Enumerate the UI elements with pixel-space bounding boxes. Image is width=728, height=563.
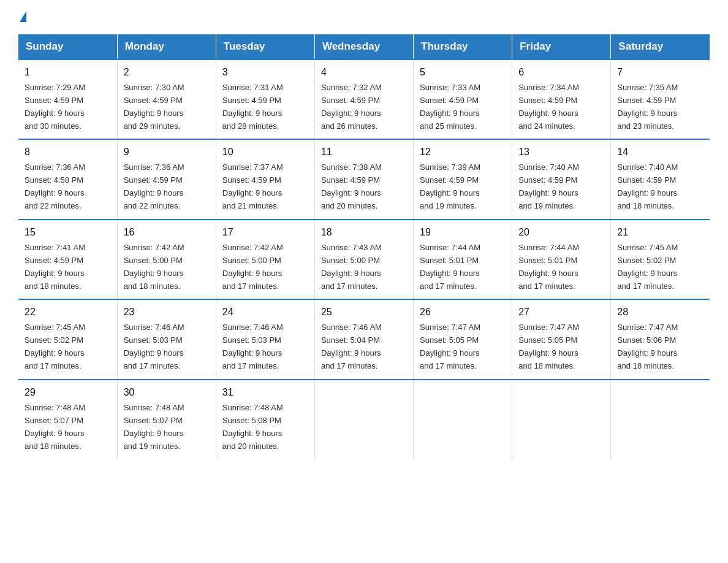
day-info: Sunrise: 7:37 AM Sunset: 4:59 PM Dayligh… [222, 163, 283, 210]
calendar-day-cell: 5 Sunrise: 7:33 AM Sunset: 4:59 PM Dayli… [414, 59, 512, 139]
calendar-header-row: SundayMondayTuesdayWednesdayThursdayFrid… [18, 34, 710, 59]
day-number: 17 [222, 225, 308, 240]
day-info: Sunrise: 7:45 AM Sunset: 5:02 PM Dayligh… [25, 323, 85, 370]
day-number: 2 [124, 65, 210, 80]
day-number: 16 [124, 225, 210, 240]
calendar-day-cell: 22 Sunrise: 7:45 AM Sunset: 5:02 PM Dayl… [18, 299, 117, 379]
day-of-week-header: Wednesday [314, 34, 413, 59]
day-number: 25 [321, 305, 407, 320]
day-info: Sunrise: 7:48 AM Sunset: 5:07 PM Dayligh… [25, 403, 85, 451]
day-number: 29 [25, 385, 111, 400]
day-number: 19 [420, 225, 506, 240]
calendar-day-cell: 31 Sunrise: 7:48 AM Sunset: 5:08 PM Dayl… [216, 380, 314, 459]
calendar-day-cell [414, 380, 512, 459]
day-number: 31 [222, 385, 308, 400]
day-number: 22 [25, 305, 111, 320]
day-of-week-header: Monday [117, 34, 216, 59]
calendar-day-cell: 13 Sunrise: 7:40 AM Sunset: 4:59 PM Dayl… [512, 139, 611, 219]
day-info: Sunrise: 7:36 AM Sunset: 4:58 PM Dayligh… [25, 163, 85, 210]
calendar-day-cell: 9 Sunrise: 7:36 AM Sunset: 4:59 PM Dayli… [117, 139, 216, 219]
day-number: 18 [321, 225, 407, 240]
calendar-day-cell: 23 Sunrise: 7:46 AM Sunset: 5:03 PM Dayl… [117, 299, 216, 379]
day-number: 27 [518, 305, 604, 320]
day-number: 20 [518, 225, 604, 240]
day-info: Sunrise: 7:31 AM Sunset: 4:59 PM Dayligh… [222, 83, 283, 131]
calendar-day-cell: 8 Sunrise: 7:36 AM Sunset: 4:58 PM Dayli… [18, 139, 117, 219]
day-number: 11 [321, 145, 407, 160]
calendar-day-cell: 19 Sunrise: 7:44 AM Sunset: 5:01 PM Dayl… [414, 220, 512, 299]
day-info: Sunrise: 7:38 AM Sunset: 4:59 PM Dayligh… [321, 163, 382, 210]
calendar-day-cell: 12 Sunrise: 7:39 AM Sunset: 4:59 PM Dayl… [414, 139, 512, 219]
day-number: 15 [25, 225, 111, 240]
calendar-day-cell: 3 Sunrise: 7:31 AM Sunset: 4:59 PM Dayli… [216, 59, 314, 139]
day-info: Sunrise: 7:40 AM Sunset: 4:59 PM Dayligh… [617, 163, 678, 210]
calendar-day-cell: 17 Sunrise: 7:42 AM Sunset: 5:00 PM Dayl… [216, 220, 314, 299]
calendar-day-cell: 30 Sunrise: 7:48 AM Sunset: 5:07 PM Dayl… [117, 380, 216, 459]
day-of-week-header: Saturday [611, 34, 710, 59]
day-info: Sunrise: 7:35 AM Sunset: 4:59 PM Dayligh… [617, 83, 678, 131]
day-info: Sunrise: 7:42 AM Sunset: 5:00 PM Dayligh… [124, 243, 184, 291]
day-info: Sunrise: 7:42 AM Sunset: 5:00 PM Dayligh… [222, 243, 283, 291]
calendar-week-row: 15 Sunrise: 7:41 AM Sunset: 4:59 PM Dayl… [18, 220, 710, 299]
day-of-week-header: Friday [512, 34, 611, 59]
calendar-day-cell [611, 380, 710, 459]
day-info: Sunrise: 7:44 AM Sunset: 5:01 PM Dayligh… [420, 243, 480, 291]
day-info: Sunrise: 7:32 AM Sunset: 4:59 PM Dayligh… [321, 83, 382, 131]
day-number: 5 [420, 65, 506, 80]
day-number: 12 [420, 145, 506, 160]
day-info: Sunrise: 7:48 AM Sunset: 5:07 PM Dayligh… [124, 403, 184, 451]
calendar-week-row: 29 Sunrise: 7:48 AM Sunset: 5:07 PM Dayl… [18, 380, 710, 459]
day-number: 1 [25, 65, 111, 80]
day-info: Sunrise: 7:47 AM Sunset: 5:05 PM Dayligh… [420, 323, 480, 370]
calendar-day-cell [314, 380, 413, 459]
day-info: Sunrise: 7:46 AM Sunset: 5:04 PM Dayligh… [321, 323, 382, 370]
day-info: Sunrise: 7:47 AM Sunset: 5:05 PM Dayligh… [518, 323, 579, 370]
day-info: Sunrise: 7:34 AM Sunset: 4:59 PM Dayligh… [518, 83, 579, 131]
day-info: Sunrise: 7:39 AM Sunset: 4:59 PM Dayligh… [420, 163, 480, 210]
day-number: 14 [617, 145, 703, 160]
day-info: Sunrise: 7:41 AM Sunset: 4:59 PM Dayligh… [25, 243, 85, 291]
day-info: Sunrise: 7:47 AM Sunset: 5:06 PM Dayligh… [617, 323, 678, 370]
day-number: 7 [617, 65, 703, 80]
calendar-day-cell: 11 Sunrise: 7:38 AM Sunset: 4:59 PM Dayl… [314, 139, 413, 219]
day-number: 9 [124, 145, 210, 160]
calendar-day-cell: 24 Sunrise: 7:46 AM Sunset: 5:03 PM Dayl… [216, 299, 314, 379]
calendar-day-cell: 20 Sunrise: 7:44 AM Sunset: 5:01 PM Dayl… [512, 220, 611, 299]
day-info: Sunrise: 7:30 AM Sunset: 4:59 PM Dayligh… [124, 83, 184, 131]
calendar-day-cell: 2 Sunrise: 7:30 AM Sunset: 4:59 PM Dayli… [117, 59, 216, 139]
day-number: 26 [420, 305, 506, 320]
day-number: 6 [518, 65, 604, 80]
day-info: Sunrise: 7:33 AM Sunset: 4:59 PM Dayligh… [420, 83, 480, 131]
day-of-week-header: Sunday [18, 34, 117, 59]
calendar-day-cell: 1 Sunrise: 7:29 AM Sunset: 4:59 PM Dayli… [18, 59, 117, 139]
calendar-day-cell: 16 Sunrise: 7:42 AM Sunset: 5:00 PM Dayl… [117, 220, 216, 299]
day-info: Sunrise: 7:45 AM Sunset: 5:02 PM Dayligh… [617, 243, 678, 291]
logo [18, 12, 26, 23]
day-number: 30 [124, 385, 210, 400]
calendar-day-cell: 14 Sunrise: 7:40 AM Sunset: 4:59 PM Dayl… [611, 139, 710, 219]
day-info: Sunrise: 7:29 AM Sunset: 4:59 PM Dayligh… [25, 83, 85, 131]
day-info: Sunrise: 7:43 AM Sunset: 5:00 PM Dayligh… [321, 243, 382, 291]
calendar-table: SundayMondayTuesdayWednesdayThursdayFrid… [18, 34, 710, 459]
day-number: 13 [518, 145, 604, 160]
calendar-day-cell: 6 Sunrise: 7:34 AM Sunset: 4:59 PM Dayli… [512, 59, 611, 139]
day-info: Sunrise: 7:48 AM Sunset: 5:08 PM Dayligh… [222, 403, 283, 451]
calendar-day-cell: 4 Sunrise: 7:32 AM Sunset: 4:59 PM Dayli… [314, 59, 413, 139]
calendar-day-cell: 28 Sunrise: 7:47 AM Sunset: 5:06 PM Dayl… [611, 299, 710, 379]
calendar-week-row: 22 Sunrise: 7:45 AM Sunset: 5:02 PM Dayl… [18, 299, 710, 379]
page-header [18, 12, 710, 23]
day-number: 24 [222, 305, 308, 320]
day-info: Sunrise: 7:46 AM Sunset: 5:03 PM Dayligh… [222, 323, 283, 370]
calendar-day-cell: 29 Sunrise: 7:48 AM Sunset: 5:07 PM Dayl… [18, 380, 117, 459]
calendar-day-cell: 27 Sunrise: 7:47 AM Sunset: 5:05 PM Dayl… [512, 299, 611, 379]
day-info: Sunrise: 7:36 AM Sunset: 4:59 PM Dayligh… [124, 163, 184, 210]
calendar-day-cell [512, 380, 611, 459]
day-number: 21 [617, 225, 703, 240]
calendar-day-cell: 7 Sunrise: 7:35 AM Sunset: 4:59 PM Dayli… [611, 59, 710, 139]
day-info: Sunrise: 7:40 AM Sunset: 4:59 PM Dayligh… [518, 163, 579, 210]
calendar-day-cell: 25 Sunrise: 7:46 AM Sunset: 5:04 PM Dayl… [314, 299, 413, 379]
calendar-week-row: 1 Sunrise: 7:29 AM Sunset: 4:59 PM Dayli… [18, 59, 710, 139]
day-number: 8 [25, 145, 111, 160]
day-info: Sunrise: 7:44 AM Sunset: 5:01 PM Dayligh… [518, 243, 579, 291]
day-number: 4 [321, 65, 407, 80]
